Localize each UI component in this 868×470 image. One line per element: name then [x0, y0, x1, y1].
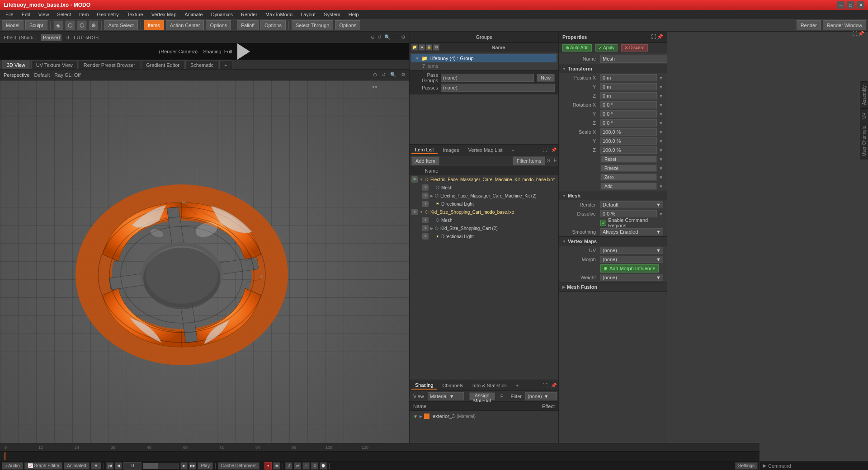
tab-uv-texture-view[interactable]: UV Texture View — [31, 60, 78, 69]
item-row-light2[interactable]: 👁 ☀ Directional Light — [410, 232, 558, 240]
assign-material-button[interactable]: Assign Material — [469, 392, 495, 400]
scale-x-value[interactable]: 100.0 % — [600, 128, 657, 136]
prev-frame-button[interactable]: ◀ — [115, 462, 122, 470]
rot-y-value[interactable]: 0.0 ° — [600, 110, 657, 118]
rot-z-value[interactable]: 0.0 ° — [600, 119, 657, 127]
tab-item-list[interactable]: Item List — [411, 146, 438, 154]
menu-geometry[interactable]: Geometry — [93, 11, 122, 18]
menu-animate[interactable]: Animate — [181, 11, 206, 18]
item-eye-1[interactable]: 👁 — [411, 176, 418, 183]
scale-y-value[interactable]: 100.0 % — [600, 137, 657, 145]
vp-icon-1[interactable]: ⊙ — [371, 34, 375, 40]
menu-dynamics[interactable]: Dynamics — [208, 11, 236, 18]
reset-button[interactable]: Reset — [600, 155, 657, 163]
menu-render[interactable]: Render — [237, 11, 261, 18]
vp-icon-5[interactable]: ⚙ — [401, 34, 406, 40]
view-dropdown[interactable]: Material▼ — [428, 392, 464, 400]
record-button[interactable]: ● — [264, 462, 272, 470]
menu-item[interactable]: Item — [75, 11, 92, 18]
tab-vertex-map-list[interactable]: Vertex Map List — [465, 146, 506, 154]
item-row-mesh2[interactable]: 👁 ⬡ Mesh — [410, 216, 558, 224]
material-eye-icon[interactable]: 👁 — [413, 414, 418, 419]
rot-x-arrow[interactable]: ▼ — [659, 103, 663, 108]
menu-help[interactable]: Help — [345, 11, 363, 18]
select-through-button[interactable]: Select Through — [292, 20, 333, 30]
menu-vertex-map[interactable]: Vertex Map — [148, 11, 180, 18]
filter-dropdown[interactable]: (none)▼ — [525, 392, 557, 400]
auto-add-button[interactable]: ⊕ Auto Add — [562, 44, 592, 52]
menu-view[interactable]: View — [35, 11, 53, 18]
scale-z-arrow[interactable]: ▼ — [659, 148, 663, 153]
item-row-light1[interactable]: 👁 ☀ Directional Light — [410, 200, 558, 208]
smoothing-dropdown[interactable]: Always Enabled▼ — [600, 228, 663, 235]
item-eye-2[interactable]: 👁 — [411, 209, 418, 215]
tab-add-list[interactable]: + — [508, 146, 518, 154]
items-button[interactable]: Items — [144, 20, 164, 30]
apply-button[interactable]: ✓ Apply — [595, 44, 618, 52]
tab-info-stats[interactable]: Info & Statistics — [469, 382, 510, 389]
item-row-scene1[interactable]: 👁 ▼ ⬡ Electric_Face_Massager_Care_Machin… — [410, 175, 558, 183]
tab-add[interactable]: + — [219, 60, 232, 69]
sculpt-button[interactable]: Sculpt — [25, 20, 47, 30]
options-button-2[interactable]: Options — [260, 20, 286, 30]
item-eye-l1[interactable]: 👁 — [422, 201, 429, 207]
render-window-button[interactable]: Render Window — [823, 20, 866, 30]
once-button[interactable]: → — [302, 462, 310, 470]
rot-x-value[interactable]: 0.0 ° — [600, 101, 657, 108]
rot-y-arrow[interactable]: ▼ — [659, 112, 663, 117]
add-morph-influence-button[interactable]: ⊕ Add Morph Influence — [600, 264, 659, 273]
dissolve-arrow[interactable]: ▼ — [659, 212, 663, 216]
filter-items-button[interactable]: Filter Items — [513, 156, 545, 165]
bounce-button[interactable]: ⇄ — [294, 462, 301, 470]
mesh-fusion-header[interactable]: ▶ Mesh Fusion — [559, 282, 667, 291]
freeze-arrow[interactable]: ▼ — [659, 166, 663, 171]
pos-x-value[interactable]: 0 m — [600, 74, 657, 81]
play-button-bottom[interactable]: Play — [198, 462, 212, 470]
vp-header-icon-3[interactable]: 🔍 — [390, 72, 396, 78]
tab-images[interactable]: Images — [439, 146, 463, 154]
tab-schematic[interactable]: Schematic — [185, 60, 218, 69]
loop-button[interactable]: ↺ — [285, 462, 292, 470]
record-all-button[interactable]: ◉ — [273, 462, 280, 470]
animated-button[interactable]: Animated — [64, 462, 89, 470]
auto-select-button[interactable]: Auto Select — [104, 20, 138, 30]
default-label[interactable]: Default — [34, 72, 50, 78]
tab-channels[interactable]: Channels — [439, 382, 467, 389]
frame-field[interactable]: 0 — [123, 462, 142, 470]
pass-groups-field[interactable]: (none) — [441, 74, 534, 82]
options-button-3[interactable]: Options — [335, 20, 360, 30]
shading-dock-icon[interactable]: 📌 — [551, 383, 557, 388]
perspective-label[interactable]: Perspective — [4, 72, 29, 78]
filter-f-icon[interactable]: F — [554, 158, 557, 163]
graph-editor-button[interactable]: 📈 Graph Editor — [24, 462, 63, 470]
item-row-mesh1[interactable]: 👁 ⬡ Mesh — [410, 183, 558, 192]
maximize-btn[interactable]: □ — [847, 1, 854, 9]
viewport-content[interactable]: X Y Z Mesh Channels: 0 Deformers: ON GL:… — [0, 80, 409, 470]
next-frame-button[interactable]: ▶▶ — [189, 462, 196, 470]
pos-z-arrow[interactable]: ▼ — [659, 94, 663, 99]
item-eye-g2[interactable]: 👁 — [422, 225, 429, 231]
action-center-button[interactable]: Action Center — [166, 20, 204, 30]
menu-system[interactable]: System — [320, 11, 344, 18]
pos-y-arrow[interactable]: ▼ — [659, 85, 663, 89]
pos-z-value[interactable]: 0 m — [600, 92, 657, 99]
close-btn[interactable]: ✕ — [857, 1, 864, 9]
falloff-button[interactable]: Falloff — [237, 20, 259, 30]
props-dock-icon[interactable]: 📌 — [657, 34, 663, 40]
rot-z-arrow[interactable]: ▼ — [659, 121, 663, 126]
item-row-group2[interactable]: 👁 ▶ ⬡ Kid_Size_Shopping_Cart (2) — [410, 224, 558, 232]
groups-icon-1[interactable]: 📁 — [411, 44, 418, 51]
model-button[interactable]: Model — [2, 20, 24, 30]
tab-add-shading[interactable]: + — [512, 382, 522, 389]
tab-render-preset-browser[interactable]: Render Preset Browser — [79, 60, 140, 69]
weight-dropdown[interactable]: (none)▼ — [600, 274, 663, 281]
icon-btn-1[interactable]: ◈ — [53, 20, 63, 30]
pos-x-arrow[interactable]: ▼ — [659, 75, 663, 80]
dock-icon[interactable]: 📌 — [858, 31, 864, 37]
render-button[interactable]: Render — [797, 20, 821, 30]
vp-header-icon-2[interactable]: ↺ — [382, 72, 386, 78]
tab-gradient-editor[interactable]: Gradient Editor — [141, 60, 184, 69]
item-eye-m2[interactable]: 👁 — [422, 217, 429, 223]
mesh-section-header[interactable]: ▼ Mesh — [559, 191, 667, 200]
groups-icon-2[interactable]: ★ — [419, 44, 425, 51]
